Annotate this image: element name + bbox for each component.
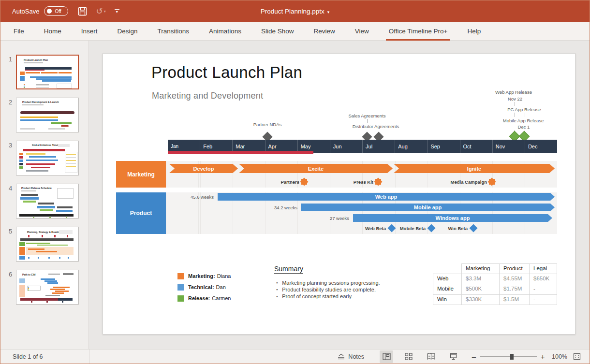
beta-label-web: Web Beta (365, 226, 386, 231)
tab-design[interactable]: Design (117, 22, 139, 41)
tab-home[interactable]: Home (43, 22, 62, 41)
table-cell: - (530, 284, 557, 295)
notes-icon (338, 353, 345, 360)
tab-slide-show[interactable]: Slide Show (260, 22, 295, 41)
slide-sorter-view-button[interactable] (402, 350, 415, 363)
document-title[interactable]: Product Planning.pptx▾ (261, 8, 330, 15)
slide-thumbnail-2[interactable]: Product Development & Launch (16, 98, 79, 132)
milestone-label-pc-app-release: PC App Release (507, 107, 541, 112)
burst-marker-media-campaign[interactable] (489, 179, 495, 185)
slide-title[interactable]: Product Launch Plan (151, 63, 302, 82)
tab-transitions[interactable]: Transitions (157, 22, 191, 41)
chevron-down-icon: ▾ (116, 11, 118, 14)
bullet-icon: ▪ (276, 287, 278, 292)
month-label: Jul (362, 140, 395, 153)
tab-view[interactable]: View (354, 22, 370, 41)
marker-label-partners: Partners (280, 179, 299, 185)
tab-help[interactable]: Help (466, 22, 482, 41)
zoom-in-button[interactable]: + (539, 352, 546, 361)
legend-entry: Technical:Dan (188, 284, 226, 290)
slide-thumbnail-1[interactable]: Product Launch Plan (16, 55, 79, 89)
slide-thumbnail-6[interactable]: Path to CIM (16, 270, 79, 305)
zoom-out-button[interactable]: – (471, 352, 477, 361)
table-cell: $4.55M (500, 274, 530, 285)
save-icon[interactable] (78, 7, 87, 16)
slide-show-button[interactable] (446, 350, 460, 363)
customize-qat-button[interactable]: ▾ (115, 9, 119, 14)
slide-thumbnail-5[interactable]: Planning, Strategy & Roadmap (16, 227, 79, 262)
notes-button[interactable]: Notes (338, 353, 364, 360)
statusbar-divider (89, 349, 89, 364)
autosave-toggle[interactable]: Off (44, 6, 68, 16)
cost-table[interactable]: Marketing Product Legal Web $3.3M $4.55M… (433, 263, 557, 305)
tab-insert[interactable]: Insert (80, 22, 99, 41)
summary-bullet: ▪Marketing planning sessions progressing… (276, 280, 380, 286)
table-cell: $330K (462, 295, 500, 306)
autosave-state: Off (55, 9, 61, 14)
slide-editing-area: Product Launch Plan Marketing and Develo… (89, 41, 590, 349)
milestone-label-partner-ndas: Partner NDAs (253, 122, 282, 127)
reading-view-button[interactable] (424, 350, 438, 363)
milestone-label-sales-agreements: Sales Agreements (348, 113, 385, 118)
marketing-row-label[interactable]: Marketing (116, 161, 166, 188)
phase-develop[interactable]: Develop (169, 164, 238, 173)
normal-view-button[interactable] (380, 350, 393, 363)
leader-line (525, 113, 525, 117)
milestone-label-web-app-release: Web App Release (495, 89, 532, 95)
undo-button[interactable]: ↺ ▾ (96, 7, 105, 15)
task-bar-web-app[interactable]: Web app (218, 193, 555, 201)
marker-label-media-campaign: Media Campaign (451, 179, 487, 185)
zoom-slider-handle[interactable] (510, 354, 514, 360)
status-bar: Slide 1 of 6 Notes (0, 349, 590, 364)
table-cell: $650K (530, 274, 557, 285)
slide-number: 6 (9, 270, 16, 305)
slide-subtitle[interactable]: Marketing and Development (152, 91, 263, 101)
reading-view-icon (427, 353, 435, 360)
bar-duration-web-app: 45.6 weeks (191, 194, 214, 200)
autosave-label: AutoSave (12, 8, 39, 15)
milestone-label-distributor-agreements: Distributor Agreements (353, 124, 399, 129)
phase-excite[interactable]: Excite (239, 164, 393, 173)
milestone-label-mobile-app-release: Mobile App Release (503, 118, 544, 123)
task-bar-windows-app[interactable]: Windows app (353, 214, 552, 222)
slide-thumbnail-3[interactable]: Global Initiatives Timeline (16, 141, 79, 175)
tab-office-timeline-pro[interactable]: Office Timeline Pro+ (388, 22, 449, 41)
slide-thumbnail-panel: 1 Product Launch Plan (0, 41, 89, 349)
slide-canvas[interactable]: Product Launch Plan Marketing and Develo… (103, 53, 575, 335)
product-row-label[interactable]: Product (116, 192, 166, 234)
slide-show-icon (449, 353, 457, 360)
month-label: Nov (492, 140, 525, 153)
slide-number: 5 (9, 227, 16, 262)
table-row-label: Mobile (433, 284, 462, 295)
beta-label-mobile: Mobile Beta (400, 226, 426, 231)
slide-number: 4 (9, 184, 16, 218)
month-label: Aug (395, 140, 427, 153)
legend-entry: Release:Carmen (188, 295, 231, 301)
slide-thumbnail-4[interactable]: Product Release Schedule (16, 184, 79, 218)
bullet-icon: ▪ (276, 280, 278, 285)
zoom-slider[interactable] (480, 356, 537, 357)
summary-bullet: ▪Proof of concept started early. (276, 293, 353, 299)
fit-to-window-icon[interactable] (573, 353, 581, 360)
task-bar-mobile-app[interactable]: Mobile app (301, 204, 555, 211)
table-header-marketing: Marketing (462, 263, 500, 274)
table-cell: $3.3M (462, 274, 500, 285)
tab-review[interactable]: Review (312, 22, 336, 41)
burst-marker-partners[interactable] (301, 179, 307, 185)
slide-number: 3 (9, 141, 16, 175)
toggle-dot-icon (47, 9, 52, 14)
summary-heading[interactable]: Summary (274, 265, 303, 274)
phase-ignite[interactable]: Ignite (394, 164, 555, 173)
elapsed-time-bar[interactable] (168, 151, 313, 154)
zoom-level[interactable]: 100% (552, 353, 567, 360)
tab-animations[interactable]: Animations (208, 22, 242, 41)
marker-label-press-kit: Press Kit (354, 179, 373, 185)
undo-dropdown-icon: ▾ (104, 9, 106, 14)
legend-swatch-release (177, 295, 184, 302)
burst-marker-press-kit[interactable] (375, 179, 381, 185)
slide-indicator: Slide 1 of 6 (13, 353, 43, 360)
leader-line (515, 102, 515, 106)
beta-label-win: Win Beta (448, 226, 468, 231)
table-cell: - (530, 295, 557, 306)
tab-file[interactable]: File (13, 22, 25, 41)
